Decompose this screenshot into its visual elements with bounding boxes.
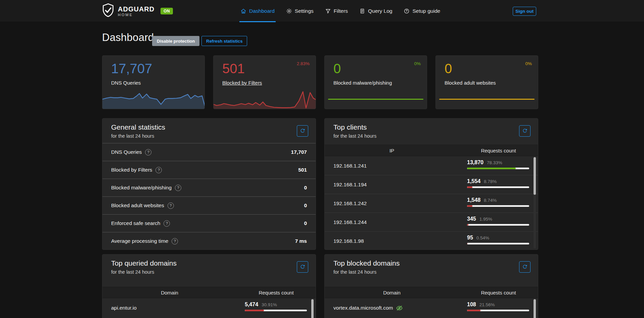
general-stat-row: DNS Queries?17,707 bbox=[102, 143, 316, 161]
help-icon[interactable]: ? bbox=[168, 202, 174, 209]
progress-bar-track bbox=[467, 243, 529, 244]
blocked-by-filters-link[interactable]: Blocked by Filters bbox=[222, 80, 262, 86]
progress-bar-fill bbox=[467, 205, 472, 207]
client-ip-text[interactable]: 192.168.1.98 bbox=[333, 238, 364, 244]
table-header: Domain Requests count bbox=[102, 287, 316, 298]
table-row: 192.168.1.2421,5488.74% bbox=[325, 194, 538, 213]
requests-count-cell: 950.54% bbox=[467, 235, 529, 244]
general-stat-row: Blocked malware/phishing?0 bbox=[102, 179, 316, 196]
general-stat-label-text: Blocked by Filters bbox=[111, 167, 152, 173]
client-ip-text[interactable]: 192.168.1.194 bbox=[333, 182, 367, 188]
requests-percent: 8.74% bbox=[484, 198, 497, 203]
general-stat-label-text: Enforced safe search bbox=[111, 220, 160, 226]
progress-bar-track bbox=[467, 224, 529, 226]
requests-count-cell: 10821.56% bbox=[467, 302, 529, 311]
general-stat-row: Blocked adult websites?0 bbox=[102, 196, 316, 214]
requests-count-value: 5,47430.91% bbox=[245, 302, 307, 308]
panel-title: Top blocked domains bbox=[333, 259, 400, 267]
top-queried-domains-refresh-button[interactable] bbox=[297, 261, 308, 273]
domain-text[interactable]: vortex.data.microsoft.com bbox=[333, 305, 393, 311]
general-stat-value: 7 ms bbox=[295, 238, 307, 244]
general-stat-row: Blocked by Filters?501 bbox=[102, 161, 316, 179]
sparkline-flat-zero-line bbox=[328, 99, 423, 100]
brand-logo[interactable]: ADGUARD HOME ON bbox=[102, 3, 173, 19]
top-navbar: ADGUARD HOME ON DashboardSettingsFilters… bbox=[0, 0, 644, 22]
help-icon[interactable]: ? bbox=[172, 238, 178, 244]
table-row: api.entur.io5,47430.91% bbox=[102, 299, 316, 317]
table-header: IP Requests count bbox=[325, 145, 538, 156]
general-stat-value: 501 bbox=[298, 167, 307, 173]
general-stat-label: Blocked by Filters? bbox=[111, 167, 162, 173]
panel-title: General statistics bbox=[111, 123, 165, 131]
column-header-ip: IP bbox=[325, 145, 459, 156]
refresh-icon bbox=[522, 264, 527, 270]
main-nav: DashboardSettingsFiltersQuery LogSetup g… bbox=[240, 0, 440, 22]
help-icon[interactable]: ? bbox=[164, 220, 170, 227]
stat-card-label: DNS Queries bbox=[111, 80, 141, 86]
general-stat-label-text: Blocked adult websites bbox=[111, 202, 164, 209]
sparkline-chart bbox=[214, 90, 316, 109]
protection-status-badge: ON bbox=[160, 8, 173, 14]
stat-card-percent-badge: 2.83% bbox=[297, 61, 310, 66]
client-ip-text[interactable]: 192.168.1.241 bbox=[333, 163, 367, 169]
top-blocked-domains-refresh-button[interactable] bbox=[519, 261, 531, 273]
help-icon[interactable]: ? bbox=[145, 149, 151, 155]
nav-item-query-log[interactable]: Query Log bbox=[359, 0, 392, 22]
nav-item-dashboard[interactable]: Dashboard bbox=[240, 0, 275, 22]
scrollbar-thumb[interactable] bbox=[311, 299, 314, 318]
help-icon[interactable]: ? bbox=[175, 185, 181, 191]
requests-percent: 30.91% bbox=[262, 302, 277, 307]
panel-subtitle: for the last 24 hours bbox=[333, 133, 376, 139]
nav-item-settings[interactable]: Settings bbox=[286, 0, 314, 22]
progress-bar-fill bbox=[467, 224, 468, 226]
nav-item-filters[interactable]: Filters bbox=[325, 0, 348, 22]
table-header: Domain Requests count bbox=[325, 287, 538, 298]
domain-text[interactable]: api.entur.io bbox=[111, 305, 137, 311]
help-icon[interactable]: ? bbox=[155, 167, 162, 173]
general-stat-value: 0 bbox=[304, 220, 307, 226]
general-statistics-refresh-button[interactable] bbox=[297, 125, 308, 137]
top-queried-domains-panel: Top queried domains for the last 24 hour… bbox=[102, 254, 316, 318]
general-stat-row: Enforced safe search?0 bbox=[102, 214, 316, 232]
gear-icon bbox=[286, 8, 292, 14]
general-stat-label: Blocked malware/phishing? bbox=[111, 185, 181, 191]
scrollbar-track[interactable] bbox=[534, 156, 536, 248]
shield-check-icon bbox=[102, 3, 114, 19]
scrollbar-thumb[interactable] bbox=[534, 157, 536, 195]
general-stat-value: 0 bbox=[304, 185, 307, 191]
stat-card-percent-badge: 0% bbox=[414, 61, 421, 66]
stat-card-label: Blocked malware/phishing bbox=[333, 80, 392, 86]
sparkline-flat-zero-line bbox=[439, 99, 535, 100]
table-row: 192.168.1.2443451.95% bbox=[325, 213, 538, 232]
stat-card-blocked-adult-websites: 0Blocked adult websites0% bbox=[435, 55, 538, 109]
disable-protection-button[interactable]: Disable protection bbox=[152, 36, 199, 46]
scrollbar-thumb[interactable] bbox=[534, 299, 536, 318]
top-clients-panel: Top clients for the last 24 hours IP Req… bbox=[324, 118, 538, 250]
client-ip-text[interactable]: 192.168.1.244 bbox=[333, 219, 367, 225]
progress-bar-track bbox=[467, 186, 529, 188]
requests-count-cell: 5,47430.91% bbox=[245, 302, 307, 311]
scrollbar-track[interactable] bbox=[534, 299, 536, 318]
progress-bar-fill bbox=[467, 186, 472, 188]
general-stat-label-text: Average processing time bbox=[111, 238, 168, 244]
table-row: 192.168.1.98950.54% bbox=[325, 232, 538, 250]
client-ip-text[interactable]: 192.168.1.242 bbox=[333, 200, 367, 207]
brand-name: ADGUARD bbox=[118, 5, 154, 13]
refresh-icon bbox=[300, 128, 305, 134]
general-statistics-panel: General statistics for the last 24 hours… bbox=[102, 118, 316, 250]
client-ip-cell: 192.168.1.194 bbox=[333, 175, 367, 194]
column-header-requests-count: Requests count bbox=[459, 287, 538, 298]
table-row: 192.168.1.1941,5548.78% bbox=[325, 175, 538, 194]
stat-card-blocked-malware-phishing: 0Blocked malware/phishing0% bbox=[324, 55, 427, 109]
top-clients-refresh-button[interactable] bbox=[519, 125, 531, 137]
refresh-statistics-button[interactable]: Refresh statistics bbox=[201, 36, 247, 46]
stat-card-value: 0 bbox=[445, 62, 452, 75]
requests-count-value: 3451.95% bbox=[467, 216, 529, 222]
table-row: vortex.data.microsoft.com10821.56% bbox=[325, 299, 538, 317]
client-ip-cell: 192.168.1.242 bbox=[333, 194, 367, 213]
progress-bar-fill bbox=[467, 310, 480, 311]
sign-out-button[interactable]: Sign out bbox=[513, 7, 536, 16]
nav-item-setup-guide[interactable]: Setup guide bbox=[404, 0, 440, 22]
scrollbar-track[interactable] bbox=[311, 299, 314, 318]
refresh-icon bbox=[522, 128, 527, 134]
